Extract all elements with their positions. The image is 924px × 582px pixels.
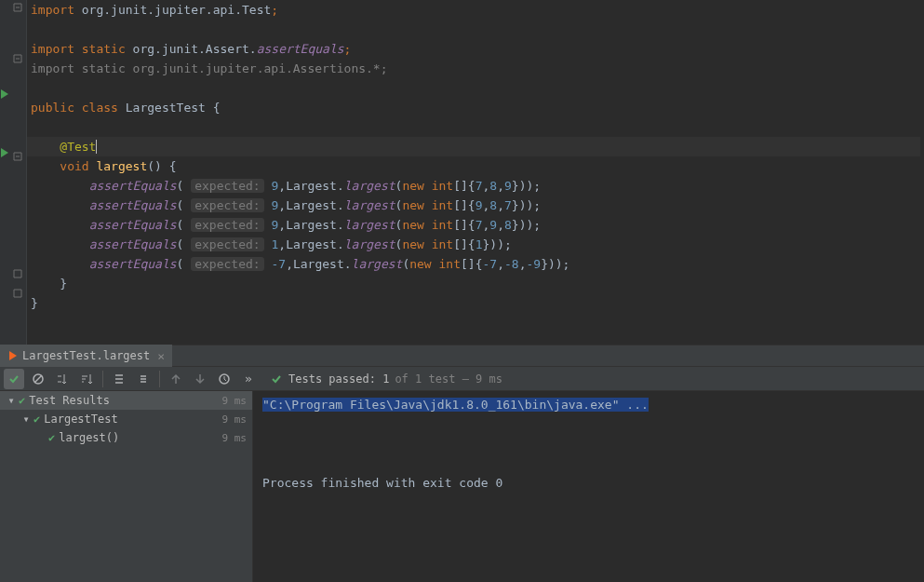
expand-all-button[interactable] [109, 369, 129, 389]
code-text: 9 [489, 218, 497, 232]
method-name: largest [96, 159, 147, 173]
toolbar-separator [159, 371, 160, 387]
code-text: org.junit.Assert. [126, 42, 257, 56]
collapse-all-button[interactable] [133, 369, 154, 389]
tree-suite[interactable]: ▾ ✔ LargestTest 9 ms [0, 410, 252, 428]
more-button[interactable]: » [238, 369, 259, 389]
run-tab-label: LargestTest.largest [22, 349, 150, 362]
run-tab-active[interactable]: LargestTest.largest × [0, 345, 172, 367]
code-text: 1 [475, 237, 483, 251]
tree-root-label: Test Results [29, 394, 110, 407]
code-text: int [432, 198, 453, 212]
code-text: 9 [475, 198, 483, 212]
annotation-test: @Test [60, 140, 96, 154]
code-text: Largest [286, 179, 337, 193]
editor-gutter [0, 0, 27, 345]
code-text: int [432, 218, 453, 232]
fold-end-icon[interactable] [13, 269, 22, 278]
code-content[interactable]: import org.junit.jupiter.api.Test; impor… [27, 0, 924, 345]
code-text: new [402, 179, 423, 193]
kw-import: import [31, 42, 74, 56]
code-text: []{ [453, 198, 475, 212]
code-text: largest [344, 179, 395, 193]
kw-static: static [82, 42, 126, 56]
show-ignored-button[interactable] [28, 369, 48, 389]
test-history-button[interactable] [214, 369, 234, 389]
svg-line-1 [34, 375, 42, 383]
run-test-icon[interactable] [0, 148, 9, 157]
expand-arrow-icon[interactable]: ▾ [6, 394, 17, 407]
code-text: assertEquals [89, 218, 177, 232]
show-passed-button[interactable] [4, 369, 24, 389]
summary-rest: of 1 test – 9 ms [395, 372, 502, 386]
code-text: -7 [483, 257, 498, 271]
code-text: assertEquals [89, 198, 177, 212]
param-hint: expected: [191, 237, 263, 251]
code-text: int [439, 257, 461, 271]
sort-duration-button[interactable] [76, 369, 97, 389]
tree-root[interactable]: ▾ ✔ Test Results 9 ms [0, 391, 252, 410]
code-text: assertEquals [89, 179, 177, 193]
fold-icon[interactable] [13, 54, 22, 63]
param-hint: expected: [191, 198, 263, 212]
close-tab-icon[interactable]: × [157, 349, 165, 363]
tree-test[interactable]: ✔ largest() 9 ms [0, 428, 252, 447]
console-output[interactable]: "C:\Program Files\Java\jdk1.8.0_161\bin\… [253, 391, 924, 582]
code-text: assertEquals [257, 42, 344, 56]
code-text: })); [541, 257, 569, 271]
code-text: org.junit.jupiter.api. [74, 3, 242, 17]
tree-suite-label: LargestTest [44, 413, 117, 426]
code-text: Test [242, 3, 271, 17]
code-text: } [31, 296, 38, 310]
class-name: LargestTest [126, 101, 206, 115]
code-text: })); [512, 198, 541, 212]
code-text: 7 [504, 198, 512, 212]
kw-static: static [82, 61, 126, 75]
fold-icon[interactable] [13, 152, 22, 161]
param-hint: expected: [191, 218, 263, 232]
code-text: []{ [461, 257, 482, 271]
code-text: assertEquals [89, 237, 177, 251]
code-text: Largest [286, 198, 337, 212]
code-text: -7 [271, 257, 286, 271]
code-text: largest [344, 237, 395, 251]
toolbar-separator [102, 371, 103, 387]
code-text: })); [512, 179, 541, 193]
code-text: new [402, 218, 423, 232]
run-tab-bar: LargestTest.largest × [0, 345, 924, 367]
code-text: 7 [475, 218, 483, 232]
previous-failed-button[interactable] [166, 369, 186, 389]
code-editor[interactable]: import org.junit.jupiter.api.Test; impor… [0, 0, 924, 345]
code-text: []{ [453, 179, 475, 193]
code-text: largest [344, 198, 395, 212]
code-text: new [409, 257, 431, 271]
code-text: Largest [286, 237, 337, 251]
summary-count: 1 [382, 372, 389, 386]
fold-icon[interactable] [13, 3, 22, 12]
expand-arrow-icon[interactable]: ▾ [20, 413, 32, 426]
run-test-class-icon[interactable] [0, 89, 9, 99]
test-tree[interactable]: ▾ ✔ Test Results 9 ms ▾ ✔ LargestTest 9 … [0, 391, 253, 582]
test-summary: Tests passed: 1 of 1 test – 9 ms [270, 372, 502, 386]
param-hint: expected: [191, 179, 263, 193]
tree-test-label: largest() [59, 431, 119, 444]
run-config-icon [7, 350, 19, 361]
code-text: () [147, 159, 162, 173]
code-text: })); [483, 237, 512, 251]
code-text: 9 [504, 179, 512, 193]
code-text: assertEquals [89, 257, 177, 271]
param-hint: expected: [191, 257, 263, 271]
console-line: "C:\Program Files\Java\jdk1.8.0_161\bin\… [262, 398, 649, 412]
code-text: { [169, 159, 177, 173]
code-text: int [432, 237, 453, 251]
sort-alpha-button[interactable] [52, 369, 73, 389]
code-text: { [213, 101, 221, 115]
code-text: int [432, 179, 453, 193]
code-text: org.junit.jupiter.api.Assertions.*; [126, 61, 388, 75]
fold-end-icon[interactable] [13, 289, 22, 298]
pass-icon: ✔ [33, 413, 40, 426]
kw-import: import [31, 3, 74, 17]
console-line: Process finished with exit code 0 [262, 476, 502, 490]
next-failed-button[interactable] [190, 369, 210, 389]
code-text: ; [344, 42, 352, 56]
